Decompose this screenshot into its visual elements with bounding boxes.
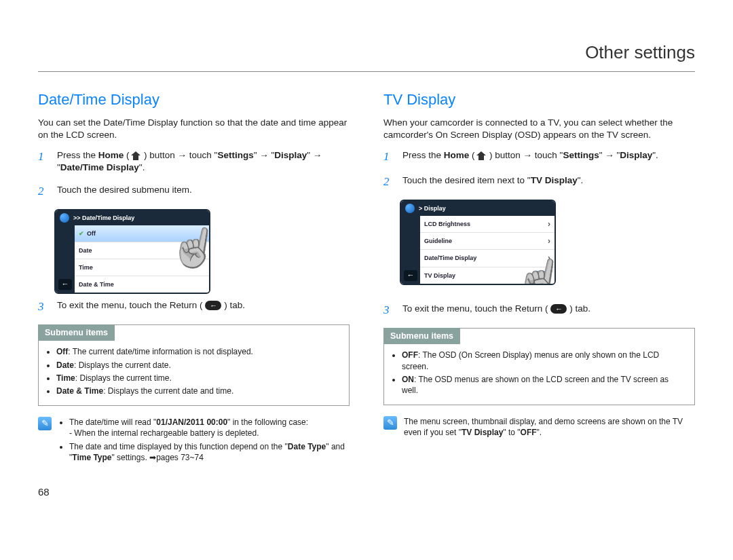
- return-icon: ←: [404, 270, 417, 281]
- lcd-row-brightness: LCD Brightness›: [420, 216, 555, 233]
- intro-datetime: You can set the Date/Time Display functi…: [38, 117, 350, 141]
- submenu-item: OFF: The OSD (On Screen Display) menus a…: [402, 350, 685, 371]
- submenu-box-tvdisplay: Submenu items OFF: The OSD (On Screen Di…: [383, 328, 695, 406]
- note-datetime: The date/time will read "01/JAN/2011 00:…: [38, 417, 350, 465]
- step-number: 3: [383, 303, 393, 318]
- lcd-row-guideline: Guideline›: [420, 233, 555, 250]
- chevron-right-icon: ›: [548, 236, 550, 246]
- step-number: 2: [38, 184, 48, 200]
- submenu-item: ON: The OSD menus are shown on the LCD s…: [402, 374, 685, 396]
- section-title-datetime: Date/Time Display: [38, 90, 350, 110]
- globe-icon: [60, 213, 69, 223]
- return-icon: [550, 304, 567, 314]
- note-icon: [38, 417, 52, 430]
- chevron-right-icon: ›: [548, 219, 550, 229]
- lcd-breadcrumb: >> Date/Time Display: [73, 214, 134, 222]
- submenu-title: Submenu items: [38, 324, 115, 341]
- step-number: 1: [38, 149, 48, 174]
- submenu-item: Off: The current date/time information i…: [56, 346, 339, 357]
- intro-tvdisplay: When your camcorder is connected to a TV…: [383, 117, 695, 141]
- submenu-item: Date & Time: Displays the current date a…: [56, 386, 339, 396]
- submenu-box-datetime: Submenu items Off: The current date/time…: [38, 324, 350, 407]
- right-column: TV Display When your camcorder is connec…: [383, 86, 695, 499]
- note-tvdisplay: The menu screen, thumbnail display, and …: [383, 416, 695, 438]
- lcd-row-datetime: Date & Time: [75, 276, 209, 293]
- note-icon: [383, 416, 397, 430]
- step1-datetime: Press the Home ( ) button → touch "Setti…: [57, 149, 350, 174]
- step2-tvdisplay: Touch the desired item next to "TV Displ…: [402, 174, 695, 190]
- submenu-item: Date: Displays the current date.: [56, 360, 339, 371]
- step2-datetime: Touch the desired submenu item.: [57, 184, 350, 200]
- note-item: The date and time displayed by this func…: [69, 441, 350, 463]
- section-title-tvdisplay: TV Display: [383, 90, 695, 110]
- home-icon: [477, 152, 487, 160]
- step1-tvdisplay: Press the Home ( ) button → touch "Setti…: [402, 149, 695, 165]
- submenu-title: Submenu items: [383, 328, 460, 345]
- home-icon: [132, 152, 141, 160]
- left-column: Date/Time Display You can set the Date/T…: [38, 86, 350, 499]
- lcd-mock-datetime: >> Date/Time Display ← ✔Off Date Time Da…: [54, 209, 210, 294]
- globe-icon: [405, 204, 415, 213]
- step-number: 3: [38, 299, 48, 315]
- step-number: 1: [383, 149, 393, 165]
- return-icon: ←: [58, 279, 72, 290]
- step3-tvdisplay: To exit the menu, touch the Return ( ) t…: [402, 303, 695, 318]
- step3-datetime: To exit the menu, touch the Return ( ) t…: [57, 299, 350, 315]
- return-icon: [205, 301, 221, 310]
- page-number: 68: [38, 485, 350, 499]
- note-item: The date/time will read "01/JAN/2011 00:…: [69, 417, 350, 438]
- submenu-item: Time: Displays the current time.: [56, 373, 339, 384]
- step-number: 2: [383, 174, 393, 190]
- lcd-breadcrumb: > Display: [419, 204, 446, 212]
- page-header: Other settings: [38, 41, 695, 72]
- lcd-mock-tvdisplay: > Display ← LCD Brightness› Guideline› D…: [400, 200, 556, 285]
